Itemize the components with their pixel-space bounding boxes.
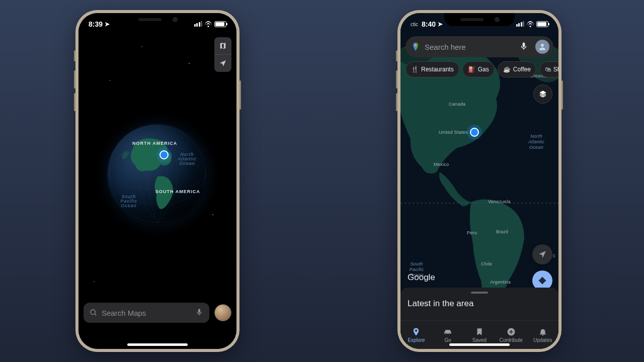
locate-me-button[interactable] xyxy=(214,54,231,72)
label-canada: Canada xyxy=(449,102,465,107)
svg-point-5 xyxy=(541,44,544,47)
map-mode-button[interactable] xyxy=(214,37,231,54)
chip-gas[interactable]: ⛽Gas xyxy=(462,61,495,77)
go-icon xyxy=(443,327,452,336)
label-united-states: United States xyxy=(439,130,468,135)
restaurant-icon: 🍴 xyxy=(411,66,419,73)
bottom-sheet[interactable]: Latest in the area xyxy=(400,288,558,322)
coffee-icon: ☕ xyxy=(503,66,511,73)
google-watermark: Google xyxy=(408,273,435,283)
chip-restaurants[interactable]: 🍴Restaurants xyxy=(406,61,459,77)
category-chips: 🍴Restaurants ⛽Gas ☕Coffee 🛍Shopping xyxy=(406,61,553,77)
mic-icon[interactable] xyxy=(519,42,528,52)
current-location-dot[interactable] xyxy=(159,150,169,159)
label-mexico: Mexico xyxy=(434,162,449,167)
account-avatar[interactable] xyxy=(535,40,549,54)
profile-avatar[interactable] xyxy=(214,304,231,321)
home-indicator[interactable] xyxy=(449,343,510,346)
label-south-pacific: South Pacific Ocean xyxy=(116,195,141,208)
carrier-label: ctic xyxy=(411,22,418,27)
notch xyxy=(122,13,193,26)
nav-updates[interactable]: Updates xyxy=(527,321,558,349)
home-indicator[interactable] xyxy=(127,343,188,346)
status-time: 8:40 xyxy=(422,20,436,28)
phone-google-maps: ctic 8:40 ➤ xyxy=(397,10,561,352)
label-chile: Chile xyxy=(481,261,492,266)
label-venezuela: Venezuela xyxy=(488,199,511,204)
map-controls xyxy=(214,37,231,72)
contribute-icon xyxy=(507,327,516,336)
shopping-icon: 🛍 xyxy=(545,66,551,73)
layers-button[interactable] xyxy=(533,84,552,104)
search-icon xyxy=(90,309,98,317)
gas-icon: ⛽ xyxy=(468,66,475,73)
cell-signal-icon xyxy=(194,20,203,28)
label-north-america: NORTH AMERICA xyxy=(132,141,177,146)
battery-icon xyxy=(536,21,548,27)
sheet-title: Latest in the area xyxy=(408,299,551,309)
wifi-icon xyxy=(204,21,212,27)
search-field[interactable]: Search Maps xyxy=(84,303,209,323)
phone-apple-maps: 8:39 ➤ xyxy=(75,10,239,352)
search-field[interactable]: Search here xyxy=(406,36,553,57)
mic-icon[interactable] xyxy=(195,308,203,318)
label-north-atlantic: North Atlantic Ocean xyxy=(522,134,550,150)
google-maps-pin-icon xyxy=(411,42,421,52)
updates-icon xyxy=(538,327,547,336)
cell-signal-icon xyxy=(516,20,525,28)
wifi-icon xyxy=(526,21,534,27)
chip-coffee[interactable]: ☕Coffee xyxy=(498,61,536,77)
label-brazil: Brazil xyxy=(496,229,508,234)
sheet-handle[interactable] xyxy=(471,292,488,294)
earth-globe[interactable]: NORTH AMERICA SOUTH AMERICA North Atlant… xyxy=(107,124,208,225)
search-placeholder: Search here xyxy=(425,43,466,51)
explore-icon xyxy=(412,327,421,336)
chip-shopping[interactable]: 🛍Shopping xyxy=(539,61,558,77)
label-south-america: SOUTH AMERICA xyxy=(155,190,200,194)
search-placeholder: Search Maps xyxy=(102,309,146,317)
nav-explore[interactable]: Explore xyxy=(400,321,432,349)
label-argentina: Argentina xyxy=(490,280,511,285)
saved-icon xyxy=(475,327,484,336)
label-peru: Peru xyxy=(467,230,477,235)
locate-me-button[interactable] xyxy=(532,244,552,264)
location-services-icon: ➤ xyxy=(105,21,110,28)
status-time: 8:39 xyxy=(89,20,103,28)
current-location-dot[interactable] xyxy=(470,128,479,137)
location-services-icon: ➤ xyxy=(438,21,443,28)
label-north-atlantic: North Atlantic Ocean xyxy=(174,152,201,166)
label-s-marker: S xyxy=(552,253,555,259)
notch xyxy=(444,13,515,26)
battery-icon xyxy=(214,21,226,27)
